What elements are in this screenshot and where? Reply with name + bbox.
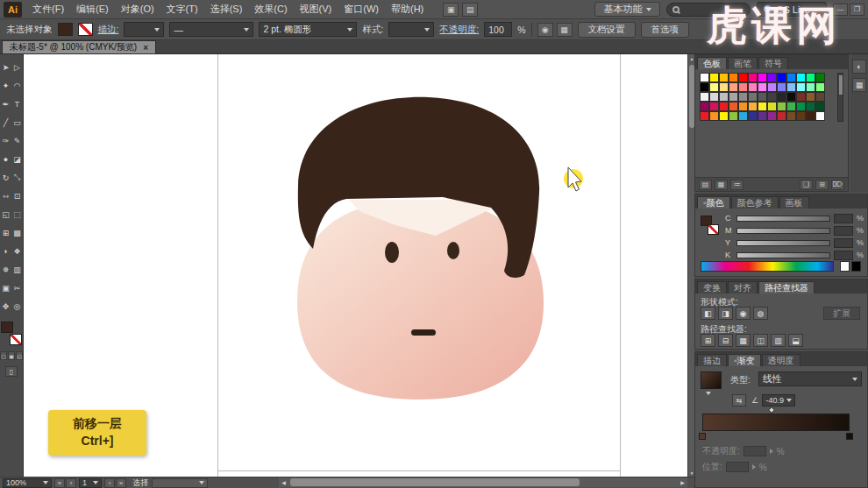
gradient-location-input[interactable] <box>726 462 749 472</box>
workspace-switcher[interactable]: 基本功能 <box>594 2 660 17</box>
divide-icon[interactable]: ⊞ <box>701 334 715 347</box>
zoom-tool[interactable]: ◎ <box>11 297 23 315</box>
horizontal-scrollbar[interactable]: ◀ ▶ <box>279 477 687 487</box>
swatch-4-7[interactable] <box>767 111 777 121</box>
selection-tool[interactable]: ➤ <box>0 58 11 76</box>
mesh-tool[interactable]: ⊞ <box>0 223 11 242</box>
eyedropper-tool[interactable]: ◗ <box>0 242 11 260</box>
new-color-group-icon[interactable]: ❑ <box>800 180 813 190</box>
swatch-kinds-icon[interactable]: ▦ <box>715 180 728 190</box>
swatch-1-7[interactable] <box>767 82 777 92</box>
c-value-input[interactable] <box>834 214 853 223</box>
exclude-icon[interactable]: ◍ <box>753 307 768 320</box>
scroll-right-icon[interactable]: ▶ <box>678 477 687 487</box>
swatch-4-5[interactable] <box>748 111 758 121</box>
perspective-grid-tool[interactable]: ⬚ <box>11 205 23 223</box>
pencil-tool[interactable]: ✎ <box>11 131 23 150</box>
c-slider-track[interactable] <box>736 216 830 222</box>
stroke-color-proxy[interactable] <box>10 334 22 345</box>
swatch-2-3[interactable] <box>729 92 738 102</box>
free-transform-tool[interactable]: ⊡ <box>11 187 23 205</box>
minus-back-icon[interactable]: ⬓ <box>788 334 803 347</box>
swatch-3-5[interactable] <box>748 102 758 111</box>
prev-page-icon[interactable]: ‹ <box>66 478 76 488</box>
swatch-2-2[interactable] <box>719 92 729 102</box>
style-combo[interactable] <box>388 22 434 37</box>
status-display-field[interactable] <box>152 478 208 488</box>
blend-tool[interactable]: ❖ <box>11 242 23 260</box>
swatch-0-7[interactable] <box>767 73 777 82</box>
recolor-artwork-icon[interactable]: ▦ <box>557 23 573 37</box>
scale-tool[interactable]: ⤡ <box>11 168 23 187</box>
slice-tool[interactable]: ✂ <box>11 279 23 297</box>
swatch-1-12[interactable] <box>815 82 825 92</box>
swatch-2-5[interactable] <box>748 92 758 102</box>
merge-icon[interactable]: ▦ <box>736 334 751 347</box>
swatch-scroll-thumb[interactable] <box>839 75 843 95</box>
swatch-0-9[interactable] <box>786 73 796 82</box>
gradient-thumbnail[interactable] <box>701 371 722 389</box>
first-page-icon[interactable]: « <box>54 478 65 488</box>
preferences-button[interactable]: 首选项 <box>641 22 690 38</box>
shape-builder-tool[interactable]: ◱ <box>0 205 11 223</box>
swatch-options-icon[interactable]: ≔ <box>730 180 743 190</box>
swatch-2-7[interactable] <box>767 92 777 102</box>
swatch-4-1[interactable] <box>709 111 719 121</box>
hand-tool[interactable]: ✥ <box>0 297 11 315</box>
gradient-tab-2[interactable]: 透明度 <box>762 354 800 366</box>
swatch-4-11[interactable] <box>806 111 815 121</box>
swatches-tab-1[interactable]: 画笔 <box>728 57 758 69</box>
select-similar-icon[interactable]: ◉ <box>537 23 553 37</box>
swatch-2-9[interactable] <box>786 92 796 102</box>
pathfinder-tab-0[interactable]: 变换 <box>697 281 727 294</box>
swatch-4-12[interactable] <box>815 111 825 121</box>
opacity-input[interactable]: 100 <box>484 22 512 37</box>
swatch-0-4[interactable] <box>738 73 748 82</box>
y-value-input[interactable] <box>834 238 853 248</box>
swatch-2-1[interactable] <box>709 92 719 102</box>
search-input[interactable] <box>684 4 744 15</box>
zoom-level-combo[interactable]: 100% <box>3 478 52 488</box>
menu-item-2[interactable]: 对象(O) <box>115 1 160 18</box>
bridge-icon[interactable]: ▣ <box>443 3 459 17</box>
restore-window-icon[interactable]: ❐ <box>850 4 864 16</box>
pathfinder-tab-2[interactable]: 路径查找器 <box>758 281 815 294</box>
swatch-3-1[interactable] <box>709 102 719 111</box>
document-tab[interactable]: 未标题-5* @ 100% (CMYK/预览) × <box>2 40 156 53</box>
y-slider-track[interactable] <box>736 240 830 246</box>
minus-front-icon[interactable]: ◨ <box>718 307 733 320</box>
swatch-0-3[interactable] <box>729 73 738 82</box>
reverse-gradient-icon[interactable]: ⇆ <box>732 394 746 407</box>
vertical-scrollbar[interactable]: ▲ ▼ <box>687 54 694 477</box>
gradient-tab-0[interactable]: 描边 <box>697 354 727 366</box>
stroke-weight-combo[interactable] <box>124 22 164 37</box>
mouth-shape[interactable] <box>411 329 436 336</box>
cmyk-spectrum-bar[interactable] <box>701 261 834 272</box>
menu-item-5[interactable]: 效果(C) <box>248 1 293 18</box>
k-value-input[interactable] <box>834 251 853 260</box>
draw-inside-mode-icon[interactable]: ◱ <box>16 351 23 360</box>
arrange-documents-icon[interactable]: ▤ <box>462 3 478 17</box>
menu-item-4[interactable]: 选择(S) <box>204 1 249 18</box>
color-tab-1[interactable]: 颜色参考 <box>731 196 779 209</box>
last-page-icon[interactable]: » <box>116 478 126 488</box>
swatch-3-4[interactable] <box>738 102 748 111</box>
swatch-1-4[interactable] <box>738 82 748 92</box>
direct-selection-tool[interactable]: ▷ <box>11 58 23 76</box>
unite-icon[interactable]: ◧ <box>701 307 715 320</box>
document-setup-button[interactable]: 文档设置 <box>578 22 636 38</box>
swatch-4-2[interactable] <box>719 111 729 121</box>
gradient-stop-start[interactable] <box>699 433 706 440</box>
gradient-stop-end[interactable] <box>846 433 853 440</box>
color-tab-2[interactable]: 画板 <box>779 196 809 209</box>
outline-icon[interactable]: ▥ <box>771 334 786 347</box>
stroke-label[interactable]: 描边: <box>98 24 119 36</box>
column-graph-tool[interactable]: ▥ <box>11 260 23 279</box>
color-tab-0[interactable]: ◦颜色 <box>697 196 730 209</box>
swatch-0-5[interactable] <box>748 73 758 82</box>
swatch-3-12[interactable] <box>815 102 825 111</box>
fill-color-proxy[interactable] <box>1 322 13 333</box>
swatch-scrollbar[interactable] <box>837 73 843 122</box>
swatch-1-6[interactable] <box>758 82 767 92</box>
opacity-label[interactable]: 不透明度: <box>439 24 479 36</box>
